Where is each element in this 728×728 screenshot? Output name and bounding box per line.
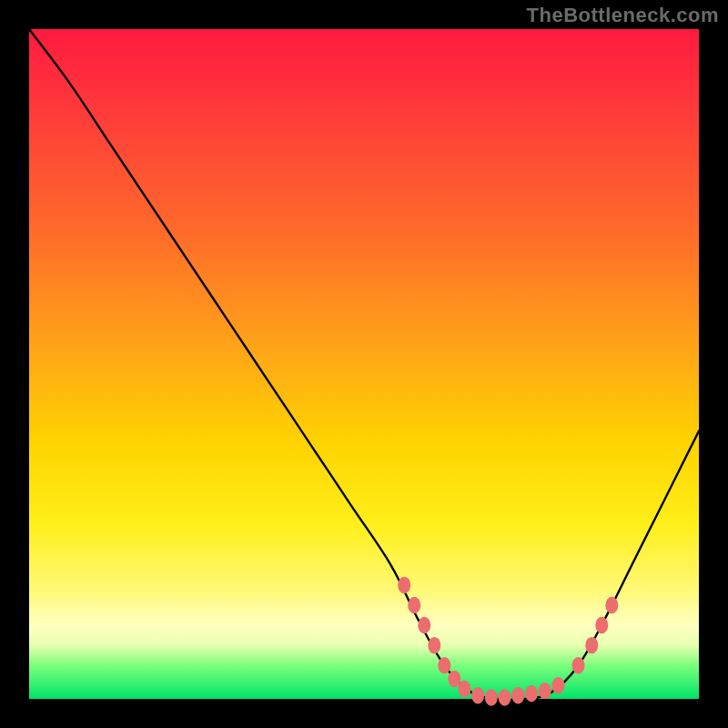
chart-stage: TheBottleneck.com: [0, 0, 728, 728]
marker-dot: [499, 689, 511, 705]
marker-dot: [605, 597, 618, 613]
marker-dot: [408, 597, 420, 613]
marker-layer: [398, 577, 618, 706]
marker-dot: [438, 657, 450, 673]
attribution-text: TheBottleneck.com: [527, 4, 719, 27]
marker-dot: [595, 617, 608, 633]
marker-dot: [525, 685, 538, 702]
marker-dot: [511, 687, 524, 703]
marker-dot: [585, 637, 598, 653]
marker-dot: [458, 681, 470, 697]
marker-dot: [418, 617, 430, 633]
marker-dot: [572, 657, 585, 673]
marker-dot: [539, 682, 551, 699]
plot-area: [29, 29, 699, 699]
bottleneck-curve: [29, 29, 699, 700]
marker-dot: [471, 687, 484, 703]
marker-dot: [485, 689, 498, 705]
marker-dot: [398, 577, 410, 593]
marker-dot: [448, 671, 460, 687]
marker-dot: [428, 637, 440, 653]
marker-dot: [551, 677, 564, 693]
chart-svg: [29, 29, 699, 699]
